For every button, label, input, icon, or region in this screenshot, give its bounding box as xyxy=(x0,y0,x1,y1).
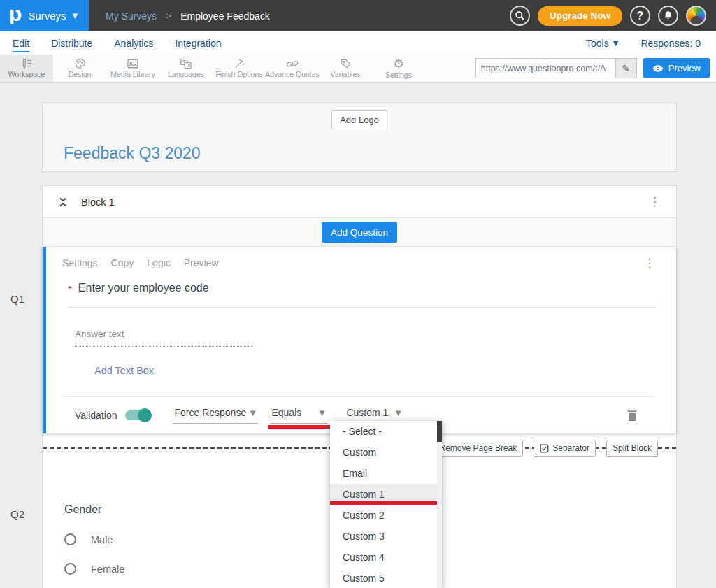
selected-value: Custom 1 xyxy=(346,407,388,418)
chevron-down-icon: ▼ xyxy=(320,409,325,417)
tab-distribute[interactable]: Distribute xyxy=(51,34,92,52)
question-number-q2: Q2 xyxy=(10,508,24,520)
eye-icon xyxy=(652,64,664,73)
menu-scrollbar-thumb[interactable] xyxy=(437,421,442,442)
toolbar-item-label: Settings xyxy=(385,71,412,79)
toolbar-item-finish-options[interactable]: Finish Options xyxy=(213,55,266,82)
chain-links-icon xyxy=(286,58,299,69)
add-question-row: Add Question xyxy=(43,218,676,247)
breadcrumb-separator: > xyxy=(165,11,172,21)
toolbar-item-label: Workspace xyxy=(8,70,45,78)
gear-icon: ⚙ xyxy=(393,58,403,70)
navbar-actions: Upgrade Now ? xyxy=(510,6,716,26)
menu-item-custom[interactable]: Custom xyxy=(330,442,442,463)
toolbar-item-label: Finish Options xyxy=(215,70,262,78)
product-label: Surveys xyxy=(28,10,66,22)
toolbar-item-settings[interactable]: ⚙ Settings xyxy=(372,55,425,82)
tab-edit[interactable]: Edit xyxy=(13,34,29,52)
separator-button[interactable]: Separator xyxy=(534,440,596,457)
collapse-block-button[interactable] xyxy=(58,196,68,208)
avatar[interactable] xyxy=(686,6,706,26)
delete-validation-button[interactable] xyxy=(626,409,638,422)
toolbar-item-workspace[interactable]: Workspace xyxy=(0,55,53,82)
radio-button[interactable] xyxy=(64,533,76,545)
breadcrumb-current: Employee Feedback xyxy=(180,10,270,22)
preview-label: Preview xyxy=(668,63,701,73)
editor-toolbar: Workspace Design Media Library Languages… xyxy=(0,55,716,83)
menu-item-email[interactable]: Email xyxy=(330,463,442,484)
toolbar-item-label: Advance Quotas xyxy=(265,70,320,78)
upgrade-now-button[interactable]: Upgrade Now xyxy=(538,6,622,26)
breadcrumb: My Surveys > Employee Feedback xyxy=(106,10,270,22)
menu-item-custom-3[interactable]: Custom 3 xyxy=(330,526,442,547)
edit-url-button[interactable]: ✎ xyxy=(615,58,637,78)
question-preview-link[interactable]: Preview xyxy=(184,257,219,268)
question-number-q1: Q1 xyxy=(10,293,24,305)
split-block-button[interactable]: Split Block xyxy=(606,440,658,457)
preview-button[interactable]: Preview xyxy=(643,58,710,78)
menu-item-custom-4[interactable]: Custom 4 xyxy=(330,547,442,568)
validation-type-select[interactable]: Force Response▼ xyxy=(173,407,258,424)
menu-scrollbar[interactable] xyxy=(437,421,442,588)
option-label[interactable]: Female xyxy=(91,564,124,575)
toolbar-item-variables[interactable]: Variables xyxy=(319,55,372,82)
toggle-knob xyxy=(138,408,152,422)
add-logo-button[interactable]: Add Logo xyxy=(331,110,387,129)
breadcrumb-parent-link[interactable]: My Surveys xyxy=(106,10,157,22)
required-asterisk: * xyxy=(68,282,72,295)
survey-title[interactable]: Feedback Q3 2020 xyxy=(64,144,201,163)
tag-icon xyxy=(340,58,352,69)
tools-menu[interactable]: Tools▼ xyxy=(586,38,618,49)
toolbar-item-media-library[interactable]: Media Library xyxy=(106,55,159,82)
question-logic-link[interactable]: Logic xyxy=(147,257,170,268)
survey-header-card: Add Logo Feedback Q3 2020 xyxy=(42,103,677,172)
question-copy-link[interactable]: Copy xyxy=(111,257,134,268)
search-button[interactable] xyxy=(510,6,530,26)
validation-toggle[interactable] xyxy=(125,410,150,420)
bell-icon xyxy=(663,10,673,21)
toolbar-item-label: Variables xyxy=(331,70,361,78)
checkbox-checked-icon xyxy=(540,444,549,453)
survey-url-group: ✎ xyxy=(475,58,637,78)
menu-item-custom-2[interactable]: Custom 2 xyxy=(330,505,442,526)
question-actions: Settings Copy Logic Preview ⋮ xyxy=(62,255,655,271)
question-text[interactable]: Enter your employee code xyxy=(78,282,209,295)
validation-pattern-menu: - Select - Custom Email Custom 1 Custom … xyxy=(330,421,442,588)
selected-value: Equals xyxy=(271,407,301,418)
top-navbar: Ϥ Surveys ▼ My Surveys > Employee Feedba… xyxy=(0,0,716,31)
question-kebab-menu[interactable]: ⋮ xyxy=(643,257,655,269)
selected-value: Force Response xyxy=(174,407,246,418)
survey-url-input[interactable] xyxy=(475,58,615,78)
add-question-button[interactable]: Add Question xyxy=(322,222,397,243)
menu-item-custom-5[interactable]: Custom 5 xyxy=(330,568,442,588)
block-kebab-menu[interactable]: ⋮ xyxy=(649,196,661,208)
add-text-box-link[interactable]: Add Text Box xyxy=(94,365,154,396)
menu-item-select[interactable]: - Select - xyxy=(330,421,442,442)
notifications-button[interactable] xyxy=(658,6,678,26)
tab-integration[interactable]: Integration xyxy=(175,34,221,52)
search-icon xyxy=(515,10,525,21)
subnav-right: Tools▼ Responses: 0 xyxy=(586,38,703,49)
toolbar-item-design[interactable]: Design xyxy=(53,55,106,82)
tools-label: Tools xyxy=(586,38,609,49)
option-label[interactable]: Male xyxy=(91,534,113,545)
product-menu[interactable]: Ϥ Surveys ▼ xyxy=(0,0,89,31)
help-button[interactable]: ? xyxy=(630,6,650,26)
question-settings-link[interactable]: Settings xyxy=(62,257,98,268)
chevron-down-icon: ▼ xyxy=(613,39,619,47)
block-header: Block 1 ⋮ xyxy=(43,186,676,218)
toolbar-item-advance-quotas[interactable]: Advance Quotas xyxy=(266,55,319,82)
chevron-down-icon: ▼ xyxy=(396,409,401,417)
question-text-row: * Enter your employee code xyxy=(68,282,655,308)
separator-label: Separator xyxy=(552,443,589,453)
radio-button[interactable] xyxy=(64,563,76,575)
page-break-buttons: Remove Page Break Separator Split Block xyxy=(421,440,658,457)
translate-icon xyxy=(180,58,192,69)
tab-analytics[interactable]: Analytics xyxy=(114,34,153,52)
questionpro-logo-icon: Ϥ xyxy=(9,8,22,24)
remove-page-break-label: Remove Page Break xyxy=(440,443,517,453)
menu-item-custom-1[interactable]: Custom 1 xyxy=(330,484,442,505)
validation-operator-select[interactable]: Equals▼ xyxy=(270,407,327,424)
toolbar-item-languages[interactable]: Languages xyxy=(159,55,213,82)
answer-text-field[interactable]: Answer text xyxy=(75,329,253,347)
